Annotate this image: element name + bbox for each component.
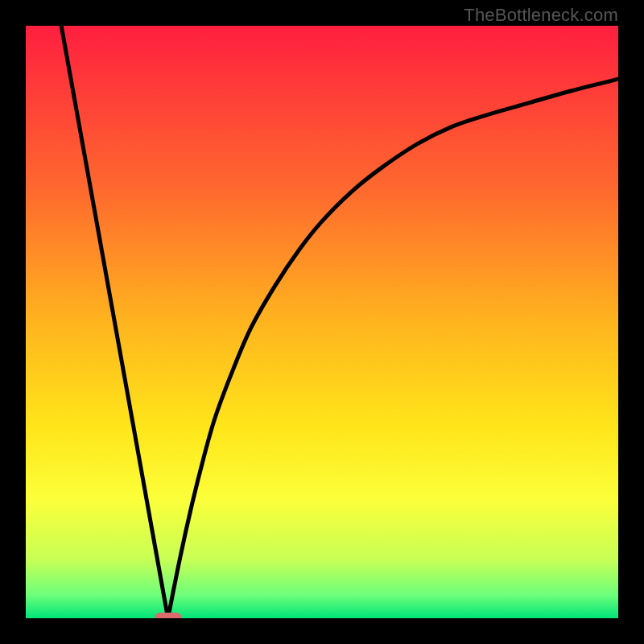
bottleneck-marker [155,613,182,618]
curve-layer [26,26,618,618]
right-curve-line [168,79,618,618]
chart-frame: TheBottleneck.com [0,0,644,644]
plot-area [26,26,618,618]
left-descent-line [61,26,167,618]
watermark-text: TheBottleneck.com [464,5,618,26]
